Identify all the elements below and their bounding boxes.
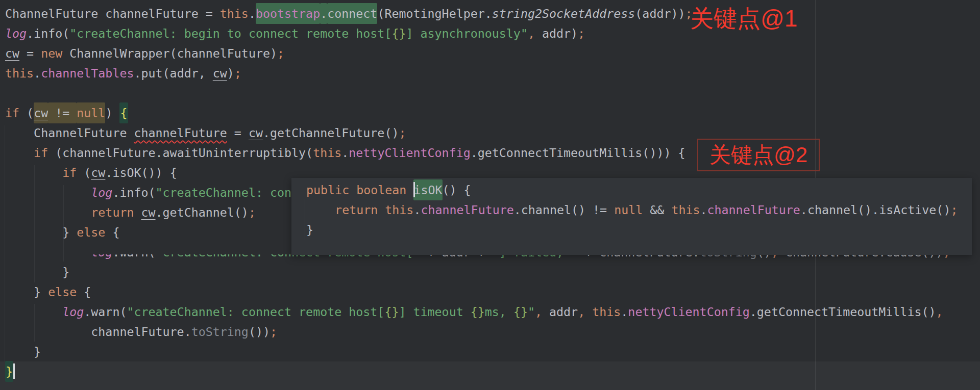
- code-line[interactable]: }: [0, 262, 980, 282]
- annotation-keypoint-1: 关键点@1: [690, 4, 797, 33]
- code-token: .isOK()) {: [105, 166, 177, 179]
- code-token: ;: [950, 203, 958, 217]
- code-token: addr: [542, 305, 578, 319]
- code-token: .: [320, 3, 327, 24]
- code-token: ): [105, 106, 119, 120]
- annotation-keypoint-2-box: 关键点@2: [697, 139, 820, 171]
- code-token: [306, 203, 335, 217]
- code-line[interactable]: }: [291, 220, 972, 240]
- code-token: (: [77, 166, 91, 179]
- code-token: .: [34, 66, 41, 80]
- code-token: else: [77, 225, 105, 239]
- code-line[interactable]: this.channelTables.put(addr, cw);: [0, 63, 980, 83]
- code-line[interactable]: public boolean isOK() {: [291, 180, 972, 200]
- code-line[interactable]: channelFuture.toString());: [0, 322, 980, 342]
- code-token: this: [5, 66, 34, 80]
- code-line[interactable]: if (cw != null) {: [0, 103, 980, 123]
- code-token: {}: [471, 305, 485, 319]
- code-editor[interactable]: ChannelFuture channelFuture = this.boots…: [0, 0, 980, 390]
- code-token: log: [91, 245, 112, 259]
- code-token: nettyClientConfig: [628, 305, 749, 319]
- code-token: return: [91, 205, 134, 219]
- caret: [413, 182, 415, 197]
- code-token: &&: [643, 203, 671, 217]
- code-token: null: [77, 102, 105, 123]
- code-token: this: [592, 305, 621, 319]
- code-token: boolean: [356, 183, 406, 197]
- code-token: .info(: [112, 186, 155, 199]
- code-token: ] timeout: [399, 305, 470, 319]
- code-token: isOK: [413, 179, 442, 200]
- code-token: .warn(: [84, 305, 127, 319]
- code-token: null: [614, 203, 643, 217]
- code-token: ,: [936, 305, 943, 319]
- code-token: .getChannelFuture(): [263, 126, 399, 140]
- code-token: [5, 245, 91, 259]
- code-token: bootstrap: [256, 3, 320, 24]
- code-token: cw: [91, 166, 105, 179]
- code-token: log: [91, 186, 112, 199]
- code-token: ()): [249, 325, 270, 339]
- code-token: .: [413, 203, 421, 217]
- code-token: ChannelWrapper(channelFuture): [62, 46, 277, 60]
- code-token: "createChannel: begin to connect remote …: [69, 27, 391, 40]
- code-token: .channel().isActive(): [800, 203, 951, 217]
- code-token: if: [62, 166, 77, 179]
- code-token: [585, 305, 592, 319]
- code-token: channelFuture: [707, 203, 800, 217]
- code-token: ;: [249, 205, 256, 219]
- code-token: ;: [270, 325, 277, 339]
- code-line[interactable]: } else {: [0, 282, 980, 302]
- code-token: [349, 183, 356, 197]
- code-line[interactable]: cw = new ChannelWrapper(channelFuture);: [0, 43, 980, 63]
- code-token: this: [385, 203, 413, 217]
- code-line[interactable]: ChannelFuture channelFuture = this.boots…: [0, 4, 980, 23]
- code-token: {}: [391, 27, 406, 40]
- code-token: ChannelFuture: [5, 126, 134, 140]
- code-token: .channel() !=: [514, 203, 614, 217]
- annotation-keypoint-2: 关键点@2: [709, 143, 807, 167]
- code-token: =: [227, 126, 249, 140]
- code-token: [5, 166, 62, 179]
- code-token: {: [119, 102, 128, 123]
- code-token: .: [621, 305, 628, 319]
- code-token: (: [19, 106, 34, 120]
- code-token: [5, 205, 91, 219]
- code-token: }: [5, 285, 48, 299]
- code-line[interactable]: if (channelFuture.awaitUninterruptibly(t…: [0, 143, 980, 163]
- code-token: return: [335, 203, 378, 217]
- definition-popup[interactable]: public boolean isOK() { return this.chan…: [291, 178, 972, 255]
- code-token: ,: [528, 27, 535, 40]
- code-token: [406, 183, 413, 197]
- code-token: ChannelFuture channelFuture =: [5, 7, 220, 20]
- code-token: ] asynchronously": [406, 27, 527, 40]
- code-line[interactable]: [0, 83, 980, 103]
- code-line[interactable]: }: [0, 342, 980, 361]
- code-token: ,: [535, 305, 542, 319]
- code-token: .: [700, 203, 707, 217]
- code-token: [5, 146, 34, 160]
- code-token: this: [671, 203, 700, 217]
- code-token: (addr)): [635, 7, 685, 20]
- code-line[interactable]: ChannelFuture channelFuture = cw.getChan…: [0, 123, 980, 143]
- code-line[interactable]: return this.channelFuture.channel() != n…: [291, 200, 972, 220]
- code-token: {: [105, 225, 119, 239]
- code-token: [134, 205, 141, 219]
- code-token: channelFuture: [134, 126, 227, 140]
- code-token: log: [62, 305, 84, 319]
- code-token: .getChannel(): [156, 205, 249, 219]
- code-token: }: [5, 265, 69, 279]
- code-token: {: [77, 285, 91, 299]
- code-token: string2SocketAddress: [492, 7, 635, 20]
- code-token: cw: [213, 66, 227, 80]
- code-token: {}: [513, 305, 528, 319]
- code-token: .info(: [27, 27, 69, 40]
- code-token: cw: [34, 102, 48, 123]
- code-line[interactable]: log.warn("createChannel: connect remote …: [0, 302, 980, 322]
- code-token: }: [5, 225, 77, 239]
- code-token: public: [306, 183, 349, 197]
- code-token: ms,: [485, 305, 513, 319]
- code-line[interactable]: log.info("createChannel: begin to connec…: [0, 23, 980, 43]
- code-token: [5, 305, 62, 319]
- code-line[interactable]: }: [0, 361, 980, 390]
